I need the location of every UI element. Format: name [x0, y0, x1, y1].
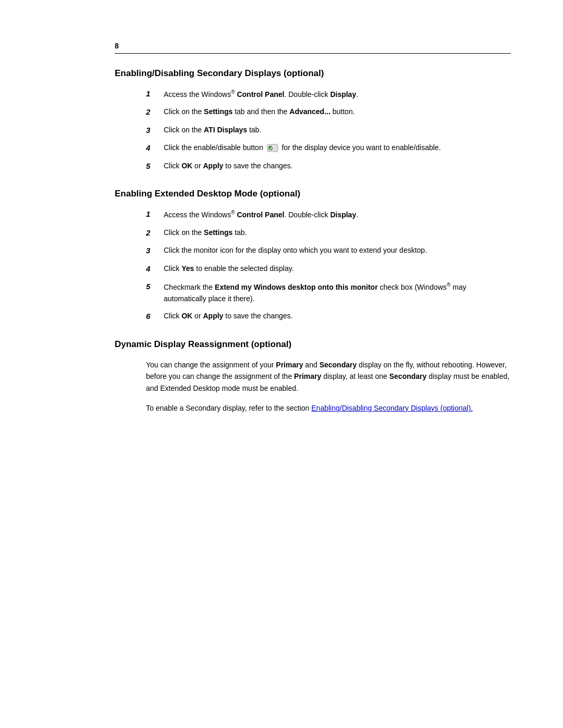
bold-text: ATI Displays [204, 126, 247, 134]
step-number: 2 [146, 227, 161, 239]
step-text: Click Yes to enable the selected display… [164, 263, 511, 275]
step-1-3: 3 Click on the ATI Displays tab. [146, 125, 511, 137]
section-heading-3: Dynamic Display Reassignment (optional) [115, 339, 511, 350]
bold-text: Settings [204, 228, 232, 237]
section-heading-1: Enabling/Disabling Secondary Displays (o… [115, 68, 511, 79]
step-text: Click on the Settings tab. [164, 227, 511, 239]
bold-text: Display [330, 211, 356, 219]
bold-text: Apply [203, 312, 223, 320]
steps-list-2: 1 Access the Windows® Control Panel. Dou… [146, 208, 511, 322]
step-text: Click on the Settings tab and then the A… [164, 106, 511, 118]
bold-text: Secondary [320, 361, 357, 369]
page-container: 8 Enabling/Disabling Secondary Displays … [0, 0, 563, 728]
step-number: 5 [146, 281, 161, 293]
step-2-3: 3 Click the monitor icon for the display… [146, 245, 511, 257]
step-number: 6 [146, 311, 161, 323]
step-1-5: 5 Click OK or Apply to save the changes. [146, 161, 511, 172]
section-heading-2: Enabling Extended Desktop Mode (optional… [115, 189, 511, 199]
step-1-1: 1 Access the Windows® Control Panel. Dou… [146, 88, 511, 100]
bold-text: Yes [181, 264, 194, 273]
step-number: 4 [146, 263, 161, 275]
step-text: Access the Windows® Control Panel. Doubl… [164, 88, 511, 100]
bold-text: Control Panel [237, 90, 284, 98]
section-enabling-disabling: Enabling/Disabling Secondary Displays (o… [115, 68, 511, 172]
paragraph-2: To enable a Secondary display, refer to … [146, 402, 511, 414]
step-number: 1 [146, 88, 161, 100]
bold-text: Primary [294, 372, 321, 380]
superscript: ® [231, 89, 235, 95]
step-number: 2 [146, 106, 161, 118]
step-number: 3 [146, 245, 161, 257]
step-number: 1 [146, 208, 161, 220]
steps-list-1: 1 Access the Windows® Control Panel. Dou… [146, 88, 511, 172]
step-number: 5 [146, 161, 161, 172]
step-text: Click the enable/disable button for the … [164, 142, 511, 154]
enable-disable-icon [267, 144, 278, 152]
section-dynamic-display: Dynamic Display Reassignment (optional) … [115, 339, 511, 414]
step-2-1: 1 Access the Windows® Control Panel. Dou… [146, 208, 511, 220]
step-text: Click the monitor icon for the display o… [164, 245, 511, 256]
step-number: 4 [146, 142, 161, 154]
step-text: Click on the ATI Displays tab. [164, 125, 511, 136]
bold-text: OK [181, 312, 192, 320]
bold-text: Display [330, 90, 356, 98]
step-text: Click OK or Apply to save the changes. [164, 311, 511, 322]
bold-text: Advanced... [289, 107, 331, 116]
step-number: 3 [146, 125, 161, 137]
superscript: ® [231, 209, 235, 215]
section-extended-desktop: Enabling Extended Desktop Mode (optional… [115, 189, 511, 322]
svg-point-1 [268, 146, 273, 150]
enabling-disabling-link[interactable]: Enabling/Disabling Secondary Displays (o… [311, 404, 473, 412]
paragraph-1: You can change the assignment of your Pr… [146, 359, 511, 394]
superscript: ® [447, 282, 450, 288]
step-1-2: 2 Click on the Settings tab and then the… [146, 106, 511, 118]
step-2-2: 2 Click on the Settings tab. [146, 227, 511, 239]
step-text: Access the Windows® Control Panel. Doubl… [164, 208, 511, 220]
step-2-4: 4 Click Yes to enable the selected displ… [146, 263, 511, 275]
bold-text: Control Panel [237, 211, 284, 219]
page-number: 8 [115, 42, 511, 50]
bold-text: Secondary [389, 372, 427, 380]
step-1-4: 4 Click the enable/disable button for th… [146, 142, 511, 154]
step-2-5: 5 Checkmark the Extend my Windows deskto… [146, 281, 511, 304]
step-text: Click OK or Apply to save the changes. [164, 161, 511, 172]
top-rule [115, 53, 511, 54]
step-text: Checkmark the Extend my Windows desktop … [164, 281, 511, 304]
bold-text: OK [181, 162, 192, 170]
bold-text: Settings [204, 107, 232, 116]
bold-text: Primary [276, 361, 303, 369]
bold-text: Extend my Windows desktop onto this moni… [215, 283, 378, 291]
bold-text: Apply [203, 162, 223, 170]
step-2-6: 6 Click OK or Apply to save the changes. [146, 311, 511, 323]
